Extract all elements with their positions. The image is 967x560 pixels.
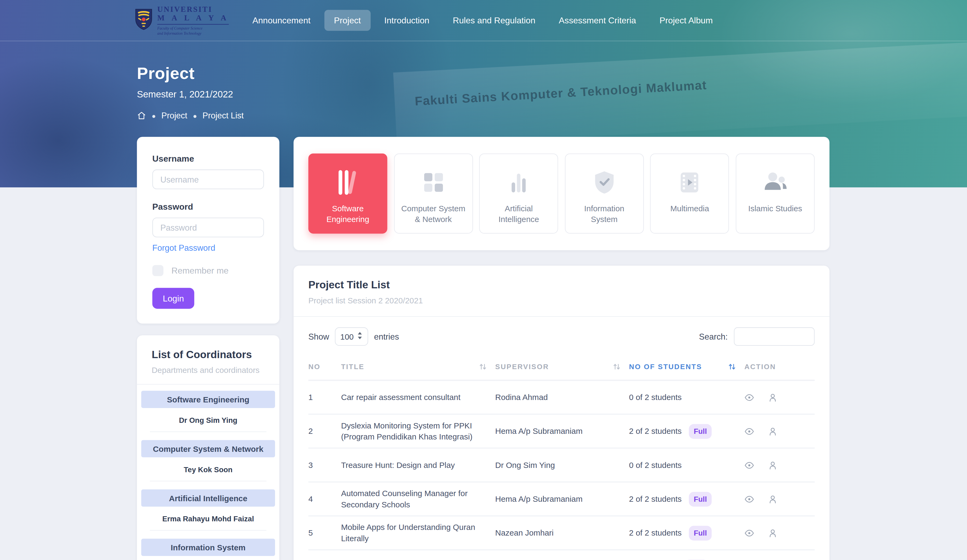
main-nav: Announcement Project Introduction Rules … <box>243 10 723 31</box>
university-crest-icon <box>135 8 153 33</box>
page-size-select[interactable]: 100 <box>335 327 368 346</box>
login-card: Username Password Forgot Password Rememb… <box>137 137 279 324</box>
table-controls: Show 100 entries Search: <box>294 317 830 356</box>
category-card-multimedia[interactable]: Multimedia <box>650 153 729 234</box>
nav-item-introduction[interactable]: Introduction <box>375 10 439 31</box>
user-icon[interactable] <box>768 392 777 402</box>
table-row: 3 Treasure Hunt: Design and Play Dr Ong … <box>309 448 815 482</box>
category-card-islamic-studies[interactable]: Islamic Studies <box>736 153 815 234</box>
nav-item-project[interactable]: Project <box>324 10 371 31</box>
category-label: Software Engineering <box>309 204 386 224</box>
column-header-supervisor[interactable]: SUPERVISOR <box>495 357 629 380</box>
category-label: Information System <box>566 204 643 224</box>
remember-me-row: Remember me <box>152 265 264 276</box>
students-count: 2 of 2 students <box>629 528 682 537</box>
breadcrumb-project[interactable]: Project <box>162 111 187 120</box>
coordinator-name: Erma Rahayu Mohd Faizal <box>141 507 275 530</box>
user-icon[interactable] <box>768 426 777 436</box>
password-input[interactable] <box>152 217 264 237</box>
grid-icon <box>421 169 445 196</box>
forgot-password-link[interactable]: Forgot Password <box>152 244 215 253</box>
cell-supervisor: Hema A/p Subramaniam <box>495 482 629 516</box>
nav-item-assessment-criteria[interactable]: Assessment Criteria <box>549 10 646 31</box>
eye-icon[interactable] <box>744 494 754 504</box>
university-logo[interactable]: UNIVERSITI M A L A Y A Faculty of Comput… <box>135 5 229 35</box>
column-header-title[interactable]: TITLE <box>341 357 495 380</box>
list-item: Artificial Intelligence Erma Rahayu Mohd… <box>141 489 275 531</box>
full-badge: Full <box>689 423 712 438</box>
column-header-no-of-students[interactable]: NO OF STUDENTS <box>629 357 744 380</box>
cell-no: 6 <box>309 550 341 560</box>
username-label: Username <box>152 153 194 163</box>
cell-action <box>744 380 815 414</box>
page-size-control: Show 100 entries <box>309 327 399 346</box>
top-navbar: UNIVERSITI M A L A Y A Faculty of Comput… <box>0 0 967 41</box>
divider <box>150 432 266 432</box>
cell-action <box>744 550 815 560</box>
page-title: Project <box>137 64 244 83</box>
eye-icon[interactable] <box>744 528 754 538</box>
show-label: Show <box>309 332 329 341</box>
cell-students: 2 of 2 students Full <box>629 482 744 516</box>
main-content: Username Password Forgot Password Rememb… <box>137 137 830 560</box>
user-icon[interactable] <box>768 528 777 538</box>
search-control: Search: <box>699 327 815 346</box>
category-card-software-engineering[interactable]: Software Engineering <box>309 153 387 234</box>
cell-students: 1 of 1 student Full <box>629 550 744 560</box>
coordinator-name: Tey Kok Soon <box>141 458 275 481</box>
category-card-computer-system-network[interactable]: Computer System & Network <box>394 153 473 234</box>
column-header-no: NO <box>309 357 341 380</box>
project-table: NO TITLE <box>309 357 815 560</box>
column-header-action: ACTION <box>744 357 815 380</box>
table-row: 2 Dyslexia Monitoring System for PPKI (P… <box>309 414 815 448</box>
students-count: 0 of 2 students <box>629 460 682 469</box>
table-row: 6 Auto Story Telling Rodina Ahmad 1 of 1… <box>309 550 815 560</box>
username-input[interactable] <box>152 170 264 189</box>
project-list-subtitle: Project list Session 2 2020/2021 <box>309 296 815 305</box>
full-badge: Full <box>689 525 712 540</box>
cell-action <box>744 482 815 516</box>
eye-icon[interactable] <box>744 426 754 436</box>
books-icon <box>337 169 359 196</box>
sort-icon[interactable] <box>613 363 620 371</box>
user-icon[interactable] <box>768 460 777 470</box>
breadcrumb: ● Project ● Project List <box>137 111 244 120</box>
nav-item-announcement[interactable]: Announcement <box>243 10 320 31</box>
cell-title: Car repair assessment consultant <box>341 380 495 414</box>
search-input[interactable] <box>734 327 815 346</box>
eye-icon[interactable] <box>744 392 754 402</box>
cell-action <box>744 414 815 448</box>
sidebar: Username Password Forgot Password Rememb… <box>137 137 279 560</box>
sort-icon[interactable] <box>479 363 487 371</box>
logo-line2: M A L A Y A <box>157 14 229 22</box>
home-icon[interactable] <box>137 111 146 120</box>
table-row: 5 Mobile Apps for Understanding Quran Li… <box>309 516 815 550</box>
category-label: Islamic Studies <box>743 204 807 214</box>
nav-item-rules-and-regulation[interactable]: Rules and Regulation <box>443 10 545 31</box>
category-card-information-system[interactable]: Information System <box>565 153 644 234</box>
cell-action <box>744 448 815 482</box>
department-band: Software Engineering <box>141 391 275 408</box>
entries-label: entries <box>374 332 399 341</box>
category-card-artificial-intelligence[interactable]: Artificial Intelligence <box>479 153 558 234</box>
bar-chart-icon <box>507 169 530 196</box>
select-arrows-icon <box>357 331 363 341</box>
remember-me-label: Remember me <box>172 266 229 276</box>
coordinators-list: Software Engineering Dr Ong Sim Ying Com… <box>137 385 279 560</box>
eye-icon[interactable] <box>744 460 754 470</box>
divider <box>150 481 266 481</box>
department-band: Computer System & Network <box>141 440 275 457</box>
user-icon[interactable] <box>768 494 777 504</box>
login-button[interactable]: Login <box>152 288 195 309</box>
sort-icon[interactable] <box>728 363 736 371</box>
coordinators-subtitle: Departments and coordinators <box>152 366 265 374</box>
remember-me-checkbox[interactable] <box>152 265 163 276</box>
students-count: 0 of 2 students <box>629 392 682 401</box>
shield-check-icon <box>593 169 616 196</box>
cell-title: Auto Story Telling <box>341 550 495 560</box>
cell-no: 5 <box>309 516 341 550</box>
breadcrumb-project-list[interactable]: Project List <box>203 111 244 120</box>
cell-students: 0 of 2 students <box>629 380 744 414</box>
nav-item-project-album[interactable]: Project Album <box>650 10 723 31</box>
coordinators-card: List of Coordinators Departments and coo… <box>137 335 279 560</box>
